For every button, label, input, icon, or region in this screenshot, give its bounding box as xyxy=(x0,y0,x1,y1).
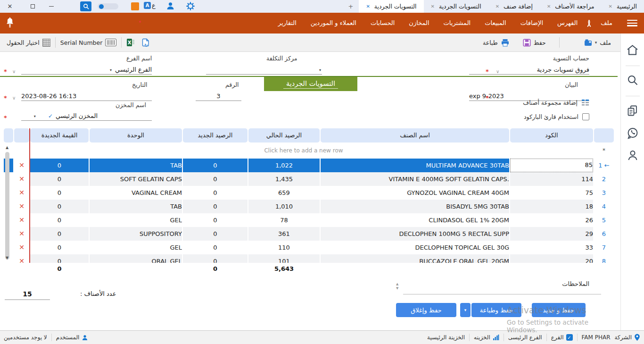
barcode-reader-option[interactable]: استخدام قارئ الباركود xyxy=(524,113,589,120)
cell-item-name[interactable]: DECLOPHEN TOPICAL GEL 30G xyxy=(321,241,509,254)
cell-current-balance[interactable]: 361 xyxy=(248,227,320,241)
table-row[interactable]: 629DECLOPHEN 100MG 5 RECTAL SUPP3610SUPP… xyxy=(4,227,614,241)
tab-close-icon[interactable]: ✕ xyxy=(431,4,435,9)
tab-close-icon[interactable]: ✕ xyxy=(547,4,551,9)
statusbar-branch[interactable]: ✓ الفرع xyxy=(551,334,573,341)
menu-item[interactable]: المخازن xyxy=(402,13,436,34)
search-panel-button[interactable] xyxy=(627,74,639,88)
cell-new-balance[interactable]: 0 xyxy=(183,200,248,213)
cell-unit[interactable]: GEL xyxy=(90,213,182,227)
delete-row-button[interactable]: ✕ xyxy=(14,159,29,172)
add-row-line[interactable]: * Click here to add a new row xyxy=(4,143,614,159)
table-row[interactable]: 733DECLOPHEN TOPICAL GEL 30G1100GEL0✕ xyxy=(4,241,614,254)
cell-new-value[interactable]: 0 xyxy=(30,159,89,172)
language-switch-button[interactable]: ع A xyxy=(144,2,156,9)
theme-toggle[interactable] xyxy=(98,3,118,9)
new-tab-button[interactable]: + xyxy=(343,0,359,13)
cell-new-balance[interactable]: 0 xyxy=(183,159,248,172)
notes-spinner[interactable]: ▲▼ xyxy=(396,283,398,290)
cell-unit[interactable]: TAB xyxy=(90,159,182,172)
tab-item[interactable]: مراجعة الأصناف✕ xyxy=(540,0,602,13)
branch-name-field[interactable]: الفرع الرئيسي ▾ xyxy=(21,63,152,75)
warehouse-name-field[interactable]: المخزن الرئيسي ✓ ▾ xyxy=(21,109,152,121)
menu-item[interactable]: المشتريات xyxy=(437,13,478,34)
save-button[interactable]: حفظ xyxy=(523,39,546,47)
cell-code[interactable]: 75 xyxy=(510,186,593,200)
cell-new-balance[interactable]: 0 xyxy=(183,254,248,263)
menu-item[interactable]: ملف xyxy=(594,13,619,34)
delete-row-button[interactable]: ✕ xyxy=(14,227,29,241)
cell-current-balance[interactable]: 659 xyxy=(248,186,320,200)
menu-item[interactable]: العملاء و الموردين xyxy=(304,13,363,34)
cell-new-value[interactable]: 0 xyxy=(30,172,89,186)
branch-value[interactable]: الفرع الرئيسى xyxy=(508,334,542,341)
cell-new-balance[interactable]: 0 xyxy=(183,186,248,200)
home-button[interactable] xyxy=(626,44,639,58)
chevron-down-icon[interactable]: ∨ xyxy=(12,69,16,74)
restore-window-button[interactable] xyxy=(26,0,39,13)
save-and-new-button[interactable]: حفظ و جديد xyxy=(532,303,586,317)
cell-new-value[interactable]: 0 xyxy=(30,241,89,254)
menu-item[interactable]: الإضافات xyxy=(513,13,550,34)
cell-code[interactable]: 33 xyxy=(510,241,593,254)
col-code-header[interactable]: الكود xyxy=(510,128,593,143)
statusbar-user[interactable]: المستخدم xyxy=(56,334,89,341)
cell-new-value[interactable]: 0 xyxy=(30,186,89,200)
tab-item[interactable]: التسويات الجردية✕ xyxy=(424,0,488,13)
table-row[interactable]: 526CLINDASOL GEL 1% 20GM780GEL0✕ xyxy=(4,213,614,227)
vertical-scrollbar[interactable] xyxy=(5,152,9,260)
user-profile-button[interactable] xyxy=(166,1,175,10)
table-row[interactable]: ← 185MULTIFAM ADVANCE 30TAB1,0220TAB0✕ xyxy=(4,159,614,172)
statusbar-company[interactable]: الشركة xyxy=(615,334,640,341)
date-field[interactable]: 2023-08-26 16:13 xyxy=(21,90,152,101)
cell-new-value[interactable]: 0 xyxy=(30,227,89,241)
cell-new-value[interactable]: 0 xyxy=(30,254,89,263)
scroll-up-arrow[interactable]: ▲ xyxy=(6,145,8,150)
file-menu-button[interactable]: ملف ▾ xyxy=(584,39,611,46)
delete-row-button[interactable]: ✕ xyxy=(14,241,29,254)
notifications-bell-icon[interactable] xyxy=(5,17,15,30)
cost-center-field[interactable]: ▾ xyxy=(206,63,322,75)
add-items-group-button[interactable]: إضافة مجموعة أصناف xyxy=(523,99,589,106)
cell-item-name[interactable]: GYNOZOL VAGINAL CREAM 40GM xyxy=(321,186,509,200)
refresh-document-button[interactable]: ↻ xyxy=(141,38,150,47)
export-excel-button[interactable]: X xyxy=(126,38,135,47)
table-row[interactable]: 418BISADYL 5MG 30TAB1,0100TAB0✕ xyxy=(4,200,614,213)
whatsapp-button[interactable] xyxy=(626,126,639,141)
table-row[interactable]: 375GYNOZOL VAGINAL CREAM 40GM6590VAGINAL… xyxy=(4,186,614,200)
print-button[interactable]: طباعة xyxy=(483,39,510,47)
cell-item-name[interactable]: VITAMIN E 400MG SOFT GELATIN CAPS. xyxy=(321,172,509,186)
delete-row-button[interactable]: ✕ xyxy=(14,254,29,263)
cell-new-balance[interactable]: 0 xyxy=(183,227,248,241)
cell-current-balance[interactable]: 110 xyxy=(248,241,320,254)
close-window-button[interactable]: ✕ xyxy=(4,0,16,13)
menu-item[interactable]: الحسابات xyxy=(363,13,402,34)
col-current-balance-header[interactable]: الرصيد الحالي xyxy=(248,128,320,143)
statusbar-treasury[interactable]: الخزينه xyxy=(474,334,499,341)
cell-item-name[interactable]: BUCCAZOLE ORAL GEL 20GM xyxy=(321,254,509,263)
cell-code[interactable]: 26 xyxy=(510,213,593,227)
barcode-reader-checkbox[interactable] xyxy=(582,113,589,120)
cell-item-name[interactable]: MULTIFAM ADVANCE 30TAB xyxy=(321,159,509,172)
menu-item[interactable]: الفهرس xyxy=(550,13,585,34)
profile-button[interactable] xyxy=(627,149,639,163)
cell-current-balance[interactable]: 1,010 xyxy=(248,200,320,213)
cell-code[interactable]: 20 xyxy=(510,254,593,263)
cell-new-value[interactable]: 0 xyxy=(30,200,89,213)
cell-current-balance[interactable]: 78 xyxy=(248,213,320,227)
chevron-down-icon[interactable]: ∨ xyxy=(496,69,499,74)
number-field[interactable]: 3 xyxy=(196,90,241,101)
cell-unit[interactable]: ORAL GEL xyxy=(90,254,182,263)
cell-new-balance[interactable]: 0 xyxy=(183,213,248,227)
menu-item[interactable]: التقارير xyxy=(271,13,304,34)
tab-item[interactable]: إضافة صنف✕ xyxy=(488,0,540,13)
table-row[interactable]: 2114VITAMIN E 400MG SOFT GELATIN CAPS.1,… xyxy=(4,172,614,186)
table-row[interactable]: 820BUCCAZOLE ORAL GEL 20GM1010ORAL GEL0✕ xyxy=(4,254,614,263)
cell-code[interactable]: 114 xyxy=(510,172,593,186)
cell-unit[interactable]: GEL xyxy=(90,241,182,254)
save-and-print-button[interactable]: حفظ وطباعة xyxy=(471,303,521,317)
treasury-value[interactable]: الخزينة الرئيسية xyxy=(427,334,465,341)
cell-current-balance[interactable]: 1,022 xyxy=(248,159,320,172)
add-row-hint[interactable]: Click here to add a new row xyxy=(14,143,593,159)
tab-active[interactable]: التسويات الجردية✕ xyxy=(359,0,423,13)
